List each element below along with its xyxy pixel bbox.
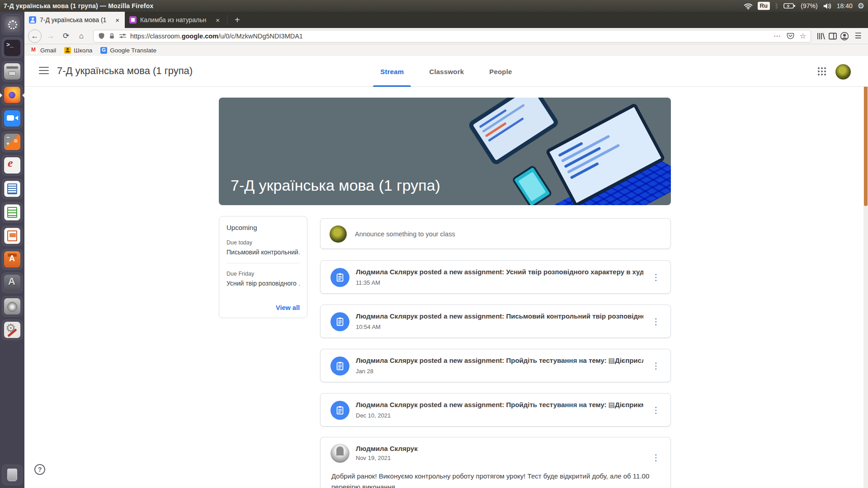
new-tab-button[interactable]: + (229, 12, 245, 28)
dock-software-center-icon[interactable] (2, 249, 23, 270)
battery-icon[interactable] (783, 3, 796, 9)
bookmark-school[interactable]: Школа (64, 47, 92, 54)
stream-item-time: Dec 10, 2021 (356, 412, 391, 419)
system-status-area: Ru ᛒ (97%) 18:40 ⚙ (744, 1, 864, 11)
banner-phone-illustration (511, 164, 552, 205)
post-body: Добрий ранок! Виконуємо контрольну робот… (331, 471, 660, 488)
page-actions-icon[interactable]: ⋯ (774, 32, 781, 40)
dock-libreoffice-calc-icon[interactable] (2, 202, 23, 223)
shield-icon[interactable] (98, 32, 105, 40)
tab-classwork[interactable]: Classwork (416, 56, 476, 87)
menu-icon[interactable]: ☰ (852, 30, 864, 42)
banner-tablet-illustration (467, 98, 560, 166)
google-apps-grid-icon[interactable] (816, 66, 827, 77)
translate-icon (100, 47, 107, 54)
url-bar[interactable]: https://classroom.google.com/u/0/c/MzkwN… (93, 30, 811, 42)
school-icon (64, 47, 71, 54)
tab-stream[interactable]: Stream (368, 56, 416, 87)
upcoming-assignment-link[interactable]: Усний твір розповідного … (226, 280, 300, 287)
window-title: 7-Д українська мова (1 група) — Mozilla … (4, 2, 153, 9)
dock-system-tools-icon[interactable] (2, 319, 23, 340)
stream-item[interactable]: Людмила Склярук posted a new assignment:… (320, 260, 671, 294)
pocket-icon[interactable] (787, 32, 794, 40)
sidebars-icon[interactable] (828, 32, 837, 40)
tab-classroom[interactable]: 7-Д українська мова (1 × (24, 12, 125, 28)
stream-item-time: 10:54 AM (356, 324, 381, 330)
stream-item-time: 11:35 AM (356, 279, 380, 286)
battery-percent: (97%) (801, 2, 817, 9)
dock-document-viewer-icon[interactable] (2, 155, 23, 176)
tab-title: Калимба из натуральн (140, 16, 211, 23)
bookmark-label: Gmail (40, 47, 56, 54)
clock[interactable]: 18:40 (837, 2, 853, 9)
page-scrollbar[interactable] (863, 56, 868, 488)
post-item[interactable]: Людмила Склярук Nov 19, 2021 ⋮ Добрий ра… (320, 437, 671, 488)
account-avatar[interactable] (835, 64, 851, 80)
more-options-icon[interactable]: ⋮ (650, 315, 662, 328)
dock-app-emblem-a-icon[interactable] (2, 272, 23, 293)
wifi-icon[interactable] (744, 3, 753, 9)
announce-placeholder[interactable]: Announce something to your class (355, 230, 455, 238)
reload-button[interactable]: ⟳ (60, 30, 72, 42)
bookmark-gmail[interactable]: Gmail (31, 47, 56, 54)
upcoming-due-label: Due Friday (226, 271, 300, 277)
home-button[interactable]: ⌂ (75, 30, 88, 42)
banner-class-title: 7-Д українська мова (1 група) (231, 177, 440, 194)
announce-box[interactable]: Announce something to your class (320, 218, 671, 249)
gmail-icon (31, 47, 38, 54)
stream-item-title: Людмила Склярук posted a new assignment:… (356, 357, 643, 365)
forward-button[interactable]: → (44, 30, 57, 42)
assignment-icon (330, 401, 349, 420)
bookmark-label: Google Translate (110, 47, 156, 54)
scrollbar-thumb[interactable] (864, 66, 868, 206)
url-text[interactable]: https://classroom.google.com/u/0/c/MzkwN… (130, 33, 770, 40)
more-options-icon[interactable]: ⋮ (650, 451, 662, 464)
dock-disks-icon[interactable] (2, 296, 23, 317)
tab-people[interactable]: People (476, 56, 524, 87)
dock-firefox-icon[interactable] (2, 84, 23, 105)
dock-trash-icon[interactable] (2, 465, 23, 485)
library-icon[interactable] (816, 32, 826, 40)
post-author: Людмила Склярук (356, 445, 418, 452)
back-button[interactable]: ← (28, 29, 42, 43)
dock-zoom-icon[interactable] (2, 108, 23, 129)
tab-bar: 7-Д українська мова (1 × Калимба из нату… (24, 12, 868, 28)
stream-item[interactable]: Людмила Склярук posted a new assignment:… (320, 305, 671, 338)
bookmarks-toolbar: Gmail Школа Google Translate (24, 44, 868, 56)
upcoming-due-label: Due today (226, 239, 300, 246)
system-gear-icon[interactable]: ⚙ (858, 1, 864, 11)
assignment-icon (330, 312, 349, 331)
more-options-icon[interactable]: ⋮ (650, 404, 662, 416)
dock-libreoffice-impress-icon[interactable] (2, 225, 23, 246)
stream-item[interactable]: Людмила Склярук posted a new assignment:… (320, 393, 671, 427)
lock-icon[interactable] (108, 32, 115, 40)
upcoming-assignment-link[interactable]: Письмовий контрольний… (226, 249, 300, 256)
tab-close-icon[interactable]: × (114, 16, 120, 24)
dock-terminal-icon[interactable] (2, 38, 23, 58)
help-button[interactable]: ? (34, 464, 45, 475)
bookmark-google-translate[interactable]: Google Translate (100, 47, 156, 54)
bookmark-star-icon[interactable]: ☆ (800, 32, 806, 40)
tab-kalimba[interactable]: Калимба из натуральн × (125, 12, 225, 28)
keyboard-layout-indicator[interactable]: Ru (758, 2, 770, 10)
account-icon[interactable] (840, 32, 849, 41)
navigation-toolbar: ← → ⟳ ⌂ https://classroom.google.com (24, 28, 868, 44)
permissions-icon[interactable] (119, 33, 127, 39)
upcoming-card: Upcoming Due today Письмовий контрольний… (219, 216, 307, 318)
tab-close-icon[interactable]: × (215, 16, 221, 24)
tab-separator (227, 15, 227, 25)
dock-calculator-icon[interactable] (2, 131, 23, 152)
upcoming-heading: Upcoming (226, 224, 300, 231)
bluetooth-icon[interactable]: ᛒ (775, 2, 778, 9)
dock-file-cabinet-icon[interactable] (2, 61, 23, 82)
view-all-link[interactable]: View all (276, 304, 300, 311)
divider (226, 263, 300, 263)
dock-libreoffice-writer-icon[interactable] (2, 178, 23, 199)
stream-item[interactable]: Людмила Склярук posted a new assignment:… (320, 349, 671, 382)
classroom-favicon (29, 16, 36, 23)
more-options-icon[interactable]: ⋮ (650, 271, 662, 283)
more-options-icon[interactable]: ⋮ (650, 359, 662, 372)
dock-ubuntu-dash-icon[interactable] (2, 14, 23, 35)
volume-icon[interactable] (823, 3, 832, 9)
dock-active-indicator (0, 93, 2, 98)
